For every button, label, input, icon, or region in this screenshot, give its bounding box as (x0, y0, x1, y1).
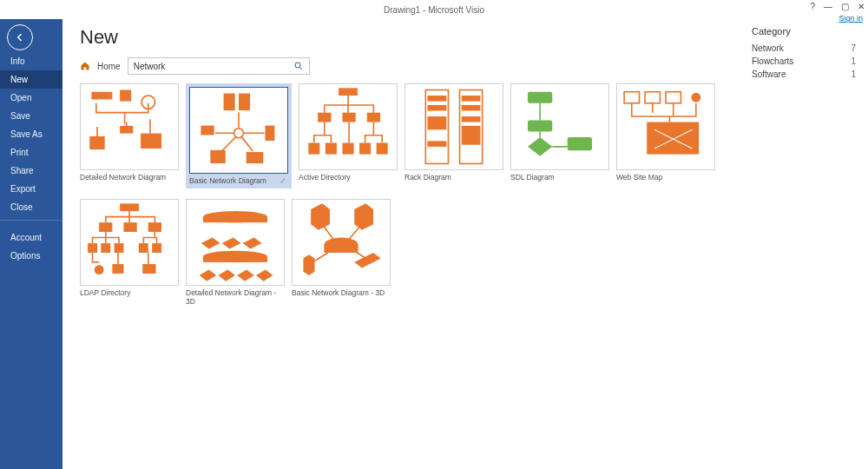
svg-rect-49 (152, 243, 161, 253)
template-thumb (616, 83, 715, 170)
svg-rect-26 (428, 116, 447, 129)
content-area: New Home Detailed Network DiagramBasic N… (62, 19, 868, 469)
category-network[interactable]: Network7 (752, 42, 856, 55)
template-thumb (80, 83, 179, 170)
nav-open[interactable]: Open (0, 89, 62, 107)
svg-point-0 (295, 63, 300, 68)
svg-rect-43 (123, 222, 136, 232)
close-icon[interactable]: ✕ (858, 2, 865, 11)
template-thumb (80, 199, 179, 286)
nav-save-as[interactable]: Save As (0, 125, 62, 143)
svg-rect-4 (120, 126, 133, 134)
template-search[interactable] (128, 57, 310, 75)
nav-save[interactable]: Save (0, 107, 62, 125)
nav-info[interactable]: Info (0, 52, 62, 70)
search-icon[interactable] (293, 61, 304, 71)
back-arrow-icon (14, 31, 26, 43)
svg-marker-69 (354, 253, 380, 268)
template-label: Detailed Network Diagram (80, 174, 179, 182)
category-label: Software (752, 69, 786, 79)
template-label: LDAP Directory (80, 289, 179, 297)
template-thumb (510, 83, 609, 170)
svg-rect-37 (645, 92, 660, 103)
help-icon[interactable]: ? (810, 2, 815, 11)
search-input[interactable] (134, 62, 293, 71)
back-button[interactable] (7, 24, 33, 50)
svg-point-50 (95, 265, 104, 274)
svg-rect-25 (428, 105, 447, 111)
svg-rect-59 (203, 257, 267, 263)
template-web[interactable]: Web Site Map (616, 83, 715, 188)
svg-rect-1 (91, 92, 112, 100)
window-controls: ? — ▢ ✕ (810, 2, 865, 11)
sign-in-link[interactable]: Sign in (838, 14, 863, 23)
home-icon[interactable] (80, 61, 90, 71)
svg-rect-20 (359, 143, 371, 155)
svg-rect-48 (139, 243, 148, 253)
svg-rect-2 (120, 90, 131, 102)
svg-rect-15 (342, 113, 355, 122)
nav-export[interactable]: Export (0, 180, 62, 198)
nav-divider (0, 220, 62, 227)
svg-rect-51 (112, 264, 123, 274)
category-flowcharts[interactable]: Flowcharts1 (752, 55, 856, 68)
nav-close[interactable]: Close (0, 198, 62, 216)
svg-rect-11 (210, 150, 225, 163)
svg-rect-13 (339, 88, 358, 96)
svg-rect-46 (101, 243, 110, 253)
template-label: Active Directory (299, 174, 398, 182)
svg-rect-10 (265, 126, 274, 141)
template-label: SDL Diagram (510, 174, 609, 182)
svg-rect-18 (326, 143, 337, 155)
svg-rect-3 (89, 136, 104, 149)
template-net3d2[interactable]: Basic Network Diagram - 3D (292, 199, 391, 306)
template-label: Rack Diagram (404, 174, 503, 182)
template-thumb (404, 83, 503, 170)
template-label: Web Site Map (616, 174, 715, 182)
svg-marker-68 (303, 254, 314, 275)
breadcrumb-home[interactable]: Home (97, 62, 121, 71)
svg-rect-33 (528, 120, 552, 131)
template-thumb (292, 199, 391, 286)
minimize-icon[interactable]: — (824, 2, 832, 11)
svg-rect-9 (201, 126, 214, 135)
template-net3d1[interactable]: Detailed Network Diagram - 3D (186, 199, 285, 306)
svg-marker-64 (311, 204, 330, 230)
nav-account[interactable]: Account (0, 228, 62, 247)
svg-rect-12 (247, 152, 264, 163)
svg-rect-42 (99, 222, 112, 232)
template-thumb (189, 87, 288, 174)
category-software[interactable]: Software1 (752, 68, 856, 81)
template-rack[interactable]: Rack Diagram (404, 83, 503, 188)
svg-rect-36 (624, 92, 639, 103)
template-ldap[interactable]: LDAP Directory (80, 199, 179, 306)
svg-rect-30 (462, 116, 481, 122)
svg-rect-35 (568, 137, 592, 150)
nav-new[interactable]: New (0, 70, 62, 89)
svg-rect-19 (342, 143, 353, 155)
template-net1[interactable]: Detailed Network Diagram (80, 83, 179, 188)
svg-rect-14 (318, 113, 331, 122)
svg-rect-24 (428, 96, 447, 102)
svg-rect-45 (88, 243, 97, 253)
category-label: Flowcharts (752, 56, 793, 66)
nav-share[interactable]: Share (0, 162, 62, 180)
template-label: Detailed Network Diagram - 3D (186, 289, 285, 306)
svg-rect-17 (308, 143, 319, 155)
svg-rect-28 (462, 96, 481, 102)
category-count: 7 (851, 43, 856, 53)
nav-print[interactable]: Print (0, 143, 62, 162)
template-net2[interactable]: Basic Network Diagram⤢ (186, 83, 292, 188)
svg-rect-31 (462, 126, 481, 145)
template-sdl[interactable]: SDL Diagram (510, 83, 609, 188)
template-ad[interactable]: Active Directory (299, 83, 398, 188)
category-count: 1 (851, 69, 856, 79)
nav-options[interactable]: Options (0, 247, 62, 265)
pin-icon[interactable]: ⤢ (279, 176, 286, 185)
svg-marker-60 (200, 270, 217, 281)
svg-marker-62 (237, 270, 254, 281)
svg-rect-16 (367, 113, 380, 122)
template-thumb (299, 83, 398, 170)
restore-icon[interactable]: ▢ (841, 2, 849, 11)
svg-marker-34 (528, 137, 552, 156)
